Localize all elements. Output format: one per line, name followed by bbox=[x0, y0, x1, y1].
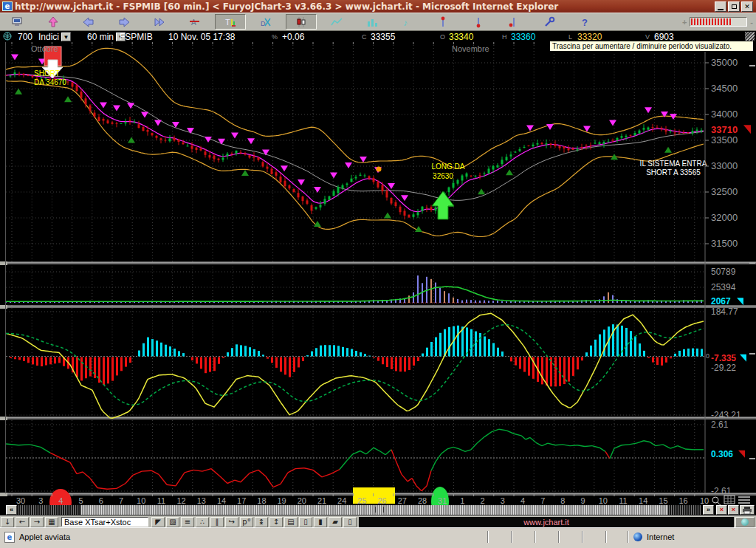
slider-plus-label[interactable]: + bbox=[682, 18, 687, 27]
title-bar[interactable]: e http://www.jchart.it - FSPMIB [60 min.… bbox=[0, 0, 756, 13]
close-label: C bbox=[362, 33, 367, 41]
line-view-button[interactable] bbox=[321, 14, 352, 30]
barcode-tool-button[interactable]: ≡ bbox=[181, 517, 194, 527]
scroll-left-button[interactable] bbox=[73, 14, 104, 30]
bar-view-button[interactable] bbox=[357, 14, 388, 30]
chart-canvas[interactable]: SHORTDA 34670LONG DA32630IL SISTEMA ENTR… bbox=[0, 42, 756, 505]
svg-text:34500: 34500 bbox=[711, 83, 738, 94]
svg-text:DA 34670: DA 34670 bbox=[34, 78, 66, 86]
main-toolbar: ATD♪? + - bbox=[0, 13, 756, 31]
minimize-button[interactable] bbox=[715, 1, 726, 12]
scrollbar-thumb[interactable] bbox=[81, 505, 668, 515]
svg-text:4: 4 bbox=[520, 496, 525, 505]
jchart-link[interactable]: www.jchart.it bbox=[523, 518, 569, 527]
status-bar: e Applet avviata Internet bbox=[0, 527, 756, 548]
scrollbar-track[interactable] bbox=[18, 505, 701, 515]
template-combobox[interactable]: Base XTsar+Xstoc bbox=[61, 517, 148, 527]
scroll-right-button[interactable] bbox=[109, 14, 140, 30]
svg-text:2067: 2067 bbox=[711, 296, 731, 306]
pg-button[interactable]: p° bbox=[240, 517, 253, 527]
svg-text:D: D bbox=[261, 20, 266, 27]
svg-text:12: 12 bbox=[176, 496, 185, 505]
applet-toolbar: ↓←→▦ Base XTsar+Xstoc ◤▨≡∴∥↪p°↨↕▤▯▮▰▯ ww… bbox=[0, 516, 756, 527]
close-button[interactable]: ✕ bbox=[741, 1, 753, 12]
flag-bottom-button[interactable] bbox=[463, 14, 494, 30]
restore-button[interactable] bbox=[728, 1, 740, 12]
svg-text:-29.22: -29.22 bbox=[711, 363, 736, 373]
delete-all-button[interactable]: × bbox=[728, 505, 739, 515]
upload-button[interactable] bbox=[38, 14, 69, 30]
svg-text:2.61: 2.61 bbox=[711, 419, 729, 430]
svg-text:T: T bbox=[225, 18, 230, 27]
fast-forward-button[interactable] bbox=[144, 14, 175, 30]
layout1-button[interactable]: ▯ bbox=[299, 517, 312, 527]
dots-grid-button[interactable]: ∴ bbox=[196, 517, 209, 527]
pointer-tool-button[interactable]: ◤ bbox=[151, 517, 165, 527]
ie-icon: e bbox=[2, 1, 13, 11]
delete-study-button[interactable]: × bbox=[716, 505, 727, 515]
globe-button[interactable] bbox=[735, 517, 755, 527]
settings-wrench-button[interactable] bbox=[534, 14, 565, 30]
internet-zone-label: Internet bbox=[647, 532, 674, 541]
candlestick-view-button[interactable] bbox=[286, 14, 317, 30]
chart-settings-button[interactable] bbox=[2, 14, 33, 30]
svg-text:6: 6 bbox=[99, 496, 103, 505]
scroll-left-button[interactable]: « bbox=[6, 505, 17, 515]
open-value: 33340 bbox=[449, 32, 473, 42]
svg-text:♪: ♪ bbox=[403, 18, 408, 28]
layout4-button[interactable]: ▯ bbox=[343, 517, 357, 527]
datetime-label: 10 Nov. 05 17:38 bbox=[168, 32, 236, 42]
draw-tool-button[interactable]: D bbox=[250, 14, 281, 30]
svg-text:25: 25 bbox=[357, 496, 366, 505]
help-button[interactable]: ? bbox=[569, 14, 600, 30]
snapshot-button[interactable]: ▦ bbox=[45, 517, 58, 527]
slider-minus-label[interactable]: - bbox=[750, 18, 753, 27]
nav-right-button[interactable]: → bbox=[30, 517, 44, 527]
svg-text:LONG DA: LONG DA bbox=[431, 162, 464, 171]
svg-text:0.306: 0.306 bbox=[711, 449, 733, 459]
svg-text:28: 28 bbox=[418, 496, 427, 505]
sort-down-button[interactable]: ↕ bbox=[269, 517, 283, 527]
annotation-tool-button[interactable]: A bbox=[179, 14, 210, 30]
print-button[interactable] bbox=[740, 505, 755, 515]
vlines-button[interactable]: ∥ bbox=[210, 517, 224, 527]
flag-top-button[interactable] bbox=[427, 14, 458, 30]
svg-text:18: 18 bbox=[257, 496, 266, 505]
chevron-down-icon[interactable]: ▼ bbox=[61, 32, 71, 41]
svg-text:32000: 32000 bbox=[711, 212, 738, 223]
svg-text:Novembre: Novembre bbox=[452, 44, 489, 53]
svg-text:35000: 35000 bbox=[711, 57, 738, 68]
nav-left-button[interactable]: ← bbox=[16, 517, 29, 527]
svg-text:10: 10 bbox=[137, 496, 145, 505]
layout3-button[interactable]: ▰ bbox=[329, 517, 342, 527]
high-label: H bbox=[502, 33, 507, 41]
palette-button[interactable]: ▤ bbox=[284, 517, 298, 527]
text-tool-button[interactable]: T bbox=[215, 14, 246, 30]
sort-up-button[interactable]: ↨ bbox=[255, 517, 268, 527]
svg-text:IL SISTEMA ENTRA: IL SISTEMA ENTRA bbox=[640, 160, 707, 168]
svg-text:24: 24 bbox=[337, 496, 346, 505]
svg-text:-7.335: -7.335 bbox=[711, 353, 736, 363]
svg-text:7: 7 bbox=[540, 496, 545, 505]
goto-button[interactable]: ↪ bbox=[225, 517, 238, 527]
svg-text:3: 3 bbox=[38, 496, 43, 505]
svg-text:31500: 31500 bbox=[711, 238, 738, 249]
layout2-button[interactable]: ▮ bbox=[314, 517, 327, 527]
svg-text:184.77: 184.77 bbox=[711, 306, 738, 317]
period-slider[interactable] bbox=[690, 17, 747, 27]
open-label: O bbox=[440, 33, 445, 41]
document-icon: e bbox=[4, 532, 15, 543]
connection-icon bbox=[3, 31, 13, 43]
chart-area: SHORTDA 34670LONG DA32630IL SISTEMA ENTR… bbox=[0, 42, 756, 505]
svg-text:33710: 33710 bbox=[711, 124, 738, 135]
svg-text:5: 5 bbox=[79, 496, 83, 505]
image-tool-button[interactable]: ▨ bbox=[166, 517, 179, 527]
save-button[interactable]: ↓ bbox=[1, 517, 14, 527]
scroll-right-button[interactable]: » bbox=[703, 505, 714, 515]
svg-text:27: 27 bbox=[398, 496, 407, 505]
flag-left-button[interactable] bbox=[498, 14, 529, 30]
step-view-button[interactable]: ♪ bbox=[392, 14, 423, 30]
svg-text:17: 17 bbox=[237, 496, 246, 505]
market-dropdown[interactable]: Indici▼ bbox=[38, 32, 71, 42]
svg-text:26: 26 bbox=[377, 496, 386, 505]
